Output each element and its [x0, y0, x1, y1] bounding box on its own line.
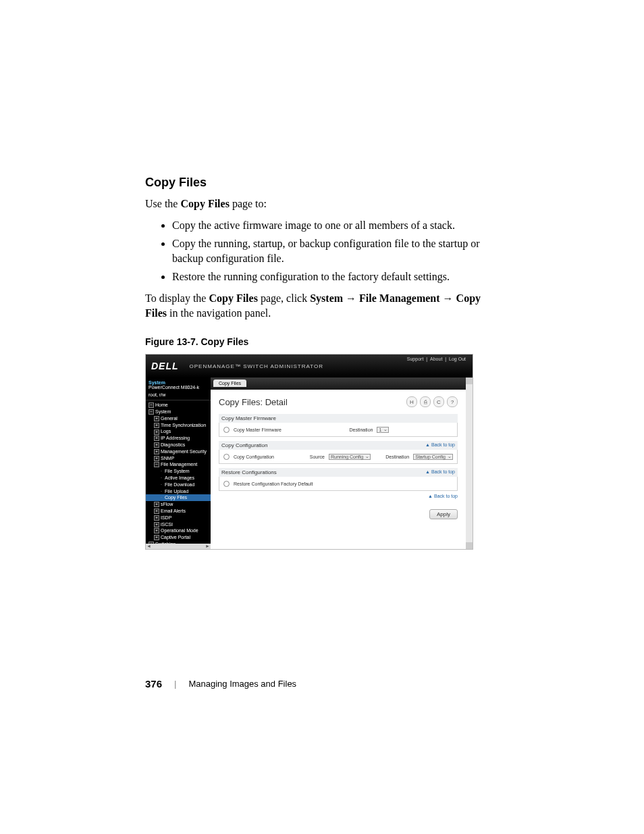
radio-copy-configuration[interactable]: [223, 454, 230, 460]
label: Management Security: [161, 449, 207, 454]
tree-ip-addressing[interactable]: +IP Addressing: [146, 435, 211, 442]
arrow: →: [440, 292, 456, 304]
tree-file-upload[interactable]: ·File Upload: [146, 488, 211, 495]
destination-select[interactable]: Startup Config: [413, 454, 453, 460]
help-icon[interactable]: ?: [447, 396, 458, 407]
tree-email-alerts[interactable]: +Email Alerts: [146, 508, 211, 515]
save-icon[interactable]: H: [406, 396, 417, 407]
main-content: Copy Files Copy Files: Detail H ⎙ C ? Co…: [211, 377, 466, 549]
tree-general[interactable]: +General: [146, 415, 211, 422]
main-scrollbar[interactable]: [466, 377, 473, 549]
row-copy-configuration: Copy Configuration Source Running Config…: [219, 450, 458, 464]
section-copy-master-firmware: Copy Master Firmware: [219, 414, 458, 423]
sidebar-scrollbar[interactable]: ◄►: [146, 544, 211, 549]
back-to-top-link[interactable]: ▲ Back to top: [425, 469, 455, 474]
tree-operational-mode[interactable]: +Operational Mode: [146, 527, 211, 534]
label: File System: [165, 469, 190, 473]
source-select[interactable]: Running Config: [329, 454, 371, 460]
label: IP Addressing: [161, 436, 190, 440]
tree-file-management[interactable]: –File Management: [146, 461, 211, 468]
leaf-icon: ·: [159, 475, 163, 481]
option-label: Copy Configuration: [234, 454, 274, 459]
label: Email Alerts: [161, 509, 186, 513]
tree-home[interactable]: –Home: [146, 402, 211, 409]
refresh-icon[interactable]: C: [433, 396, 444, 407]
expand-icon[interactable]: +: [154, 416, 159, 421]
tree-snmp[interactable]: +SNMP: [146, 455, 211, 462]
expand-icon[interactable]: +: [154, 442, 159, 448]
nav-paragraph: To display the Copy Files page, click Sy…: [145, 291, 499, 320]
leaf-icon: ·: [159, 488, 163, 495]
collapse-icon[interactable]: –: [149, 402, 154, 408]
back-to-top-link[interactable]: ▲ Back to top: [425, 442, 455, 447]
expand-icon[interactable]: +: [154, 522, 159, 527]
label: Home: [155, 402, 168, 407]
text-bold: Copy Files: [209, 292, 257, 304]
label: SNMP: [161, 456, 174, 461]
tree-iscsi[interactable]: +iSCSI: [146, 521, 211, 528]
tree-mgmt-security[interactable]: +Management Security: [146, 448, 211, 455]
app-header: DELL OPENMANAGE™ SWITCH ADMINISTRATOR Su…: [146, 355, 473, 377]
figure-caption: Figure 13-7. Copy Files: [145, 336, 499, 347]
scroll-left-icon[interactable]: ◄: [146, 544, 151, 548]
back-to-top-link[interactable]: ▲ Back to top: [219, 494, 458, 498]
expand-icon[interactable]: +: [154, 436, 159, 441]
expand-icon[interactable]: +: [154, 456, 159, 461]
logout-link[interactable]: Log Out: [449, 357, 466, 361]
tree-isdp[interactable]: +ISDP: [146, 515, 211, 521]
text: page to:: [230, 198, 267, 209]
source-label: Source: [310, 454, 325, 459]
tree-system[interactable]: –System: [146, 409, 211, 415]
tree-captive-portal[interactable]: +Captive Portal: [146, 534, 211, 541]
text-bold: File Management: [359, 292, 440, 304]
support-link[interactable]: Support: [407, 357, 424, 361]
app-title: OPENMANAGE™ SWITCH ADMINISTRATOR: [190, 363, 323, 369]
print-icon[interactable]: ⎙: [420, 396, 431, 407]
collapse-icon[interactable]: –: [154, 462, 159, 467]
tree-sflow[interactable]: +sFlow: [146, 501, 211, 508]
row-restore-factory-default: Restore Configuration Factory Default: [219, 477, 458, 491]
section-copy-configuration: Copy Configuration ▲ Back to top: [219, 441, 458, 450]
tree-active-images[interactable]: ·Active Images: [146, 475, 211, 481]
section-title: Restore Configurations: [221, 469, 277, 475]
expand-icon[interactable]: +: [154, 509, 159, 514]
expand-icon[interactable]: +: [154, 535, 159, 540]
footer-separator: |: [174, 679, 176, 689]
expand-icon[interactable]: +: [154, 515, 159, 521]
label: File Download: [165, 482, 194, 487]
tab-copy-files[interactable]: Copy Files: [213, 380, 246, 387]
radio-restore-factory-default[interactable]: [223, 481, 230, 487]
dell-logo: DELL: [151, 361, 179, 371]
collapse-icon[interactable]: –: [149, 409, 154, 415]
expand-icon[interactable]: +: [154, 449, 159, 454]
text: in the navigation panel.: [167, 307, 271, 319]
page-title: Copy Files: Detail: [219, 397, 288, 407]
about-link[interactable]: About: [430, 357, 442, 361]
destination-select[interactable]: 1: [377, 427, 389, 433]
label: Operational Mode: [161, 528, 198, 533]
section-restore-configurations: Restore Configurations ▲ Back to top: [219, 468, 458, 477]
chapter-title: Managing Images and Files: [188, 679, 296, 689]
tree-copy-files[interactable]: ·Copy Files: [146, 494, 211, 501]
tree-file-system[interactable]: ·File System: [146, 468, 211, 475]
expand-icon[interactable]: +: [154, 423, 159, 428]
expand-icon[interactable]: +: [154, 502, 159, 507]
toolbar-icons: H ⎙ C ?: [406, 396, 458, 407]
tree-file-download[interactable]: ·File Download: [146, 481, 211, 488]
tree-diagnostics[interactable]: +Diagnostics: [146, 442, 211, 448]
tree-logs[interactable]: +Logs: [146, 428, 211, 435]
option-label: Copy Master Firmware: [234, 427, 281, 432]
text-bold: Copy Files: [180, 198, 229, 209]
apply-button[interactable]: Apply: [429, 509, 458, 519]
expand-icon[interactable]: +: [154, 429, 159, 435]
expand-icon[interactable]: +: [154, 528, 159, 533]
destination-label: Destination: [349, 427, 373, 432]
label: Active Images: [165, 475, 194, 480]
label: Copy Files: [165, 495, 187, 500]
text: To display the: [145, 292, 209, 304]
tree-time-sync[interactable]: +Time Synchronization: [146, 422, 211, 429]
nav-sidebar: System PowerConnect M8024-k root, r/w –H…: [146, 377, 211, 549]
scroll-right-icon[interactable]: ►: [205, 544, 210, 548]
row-copy-master-firmware: Copy Master Firmware Destination 1: [219, 423, 458, 437]
radio-copy-master-firmware[interactable]: [223, 427, 230, 433]
